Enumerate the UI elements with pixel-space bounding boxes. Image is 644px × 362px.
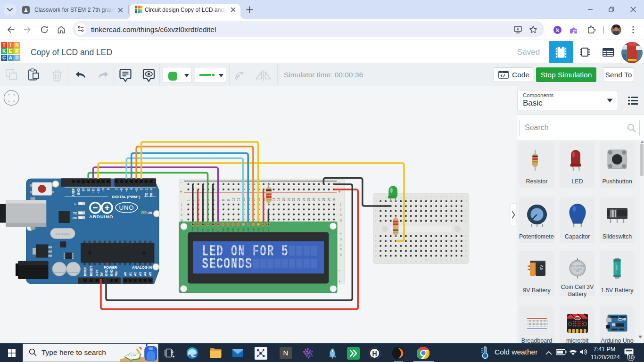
svg-text:F: F xyxy=(465,219,467,222)
svg-text:E: E xyxy=(217,230,219,232)
svg-text:8: 8 xyxy=(222,199,225,201)
svg-text:5: 5 xyxy=(400,197,402,199)
svg-text:TX→1: TX→1 xyxy=(145,188,148,197)
svg-text:A0: A0 xyxy=(124,272,127,276)
svg-text:G: G xyxy=(465,214,467,218)
svg-text:19: 19 xyxy=(277,197,280,201)
svg-text:GND: GND xyxy=(191,227,194,232)
svg-text:F: F xyxy=(375,219,377,222)
svg-text:2: 2 xyxy=(140,188,143,190)
svg-text:16: 16 xyxy=(455,259,458,262)
svg-text:DB3: DB3 xyxy=(237,227,239,231)
svg-text:−: − xyxy=(338,269,340,273)
svg-text:14: 14 xyxy=(446,196,448,199)
svg-text:A4: A4 xyxy=(143,272,147,276)
svg-text:1: 1 xyxy=(380,197,382,199)
svg-text:6: 6 xyxy=(405,197,407,199)
svg-text:LED: LED xyxy=(262,228,264,232)
svg-text:9V: 9V xyxy=(539,265,544,270)
svg-text:b: b xyxy=(340,247,342,251)
svg-text:DB1: DB1 xyxy=(227,227,229,231)
svg-text:12: 12 xyxy=(435,196,438,199)
svg-text:AREF: AREF xyxy=(72,188,75,196)
svg-text:C: C xyxy=(465,244,467,247)
svg-text:c: c xyxy=(340,243,342,246)
svg-text:H: H xyxy=(372,350,377,357)
svg-text:VCC: VCC xyxy=(197,227,199,231)
svg-text:ARDUINO: ARDUINO xyxy=(89,214,113,219)
svg-text:27: 27 xyxy=(317,197,321,201)
svg-text:4: 4 xyxy=(395,261,397,262)
svg-text:e: e xyxy=(340,232,342,236)
svg-text:D: D xyxy=(375,239,378,243)
svg-text:9: 9 xyxy=(420,261,422,262)
svg-text:H: H xyxy=(375,209,378,213)
svg-text:3.0v: 3.0v xyxy=(575,270,579,272)
svg-text:10: 10 xyxy=(232,197,235,201)
svg-text:POWER: POWER xyxy=(104,265,117,270)
svg-text:DB2: DB2 xyxy=(232,227,234,231)
svg-text:22: 22 xyxy=(292,197,295,201)
svg-text:5: 5 xyxy=(400,261,402,262)
svg-text:C: C xyxy=(375,244,378,247)
svg-text:~10: ~10 xyxy=(97,188,100,193)
svg-text:LED: LED xyxy=(267,228,270,232)
svg-text:I: I xyxy=(466,205,467,208)
svg-text:8: 8 xyxy=(107,188,110,190)
svg-text:SECONDS: SECONDS xyxy=(202,255,252,273)
svg-text:2: 2 xyxy=(385,261,387,262)
svg-text:8: 8 xyxy=(415,261,417,262)
svg-text:10: 10 xyxy=(425,259,428,262)
svg-text:29: 29 xyxy=(327,197,330,201)
svg-text:6: 6 xyxy=(405,261,407,262)
svg-text:IOREF: IOREF xyxy=(83,267,87,276)
svg-text:~5: ~5 xyxy=(125,188,128,192)
svg-text:17: 17 xyxy=(461,196,463,199)
svg-text:h: h xyxy=(181,213,182,216)
svg-text:DB5: DB5 xyxy=(247,227,249,231)
svg-text:~11: ~11 xyxy=(91,188,95,193)
svg-text:h: h xyxy=(340,213,342,216)
svg-text:V0: V0 xyxy=(202,229,204,232)
svg-text:ON: ON xyxy=(148,211,152,214)
svg-text:24: 24 xyxy=(302,197,305,201)
svg-text:DB4: DB4 xyxy=(242,227,245,231)
svg-text:SXT16.000G: SXT16.000G xyxy=(56,232,70,235)
svg-text:5V: 5V xyxy=(100,272,103,276)
svg-text:DB6: DB6 xyxy=(252,227,255,231)
svg-text:8: 8 xyxy=(415,197,417,199)
svg-text:7: 7 xyxy=(115,188,118,190)
svg-text:A: A xyxy=(465,254,468,257)
svg-text:RX←0: RX←0 xyxy=(149,188,153,197)
svg-text:D: D xyxy=(465,239,467,243)
svg-text:20: 20 xyxy=(282,197,285,201)
svg-text:j: j xyxy=(181,203,182,206)
svg-text:12: 12 xyxy=(435,259,438,262)
svg-text:10: 10 xyxy=(425,196,428,199)
svg-text:GND: GND xyxy=(77,188,80,195)
svg-text:4: 4 xyxy=(130,188,133,190)
svg-text:DB7: DB7 xyxy=(257,227,260,231)
svg-text:7: 7 xyxy=(410,261,412,262)
svg-text:H: H xyxy=(465,209,467,213)
svg-text:13: 13 xyxy=(440,259,443,262)
svg-text:d: d xyxy=(340,238,342,241)
svg-text:16: 16 xyxy=(455,196,458,199)
svg-text:~6: ~6 xyxy=(120,188,123,192)
svg-text:g: g xyxy=(181,218,182,222)
svg-text:15: 15 xyxy=(450,196,453,199)
svg-text:UNO: UNO xyxy=(119,204,134,211)
svg-text:13: 13 xyxy=(82,188,85,192)
svg-text:j: j xyxy=(340,203,341,206)
svg-text:14: 14 xyxy=(446,259,448,262)
svg-text:21: 21 xyxy=(287,197,290,201)
svg-text:~9: ~9 xyxy=(101,188,105,192)
svg-text:~3: ~3 xyxy=(135,188,138,192)
svg-text:30: 30 xyxy=(332,197,336,201)
svg-text:J: J xyxy=(375,199,377,203)
svg-text:12: 12 xyxy=(87,188,90,192)
svg-text:DIGITAL (PWM~): DIGITAL (PWM~) xyxy=(112,195,140,199)
svg-text:9: 9 xyxy=(227,199,230,201)
svg-text:E: E xyxy=(375,234,378,238)
svg-text:A2: A2 xyxy=(133,272,137,276)
